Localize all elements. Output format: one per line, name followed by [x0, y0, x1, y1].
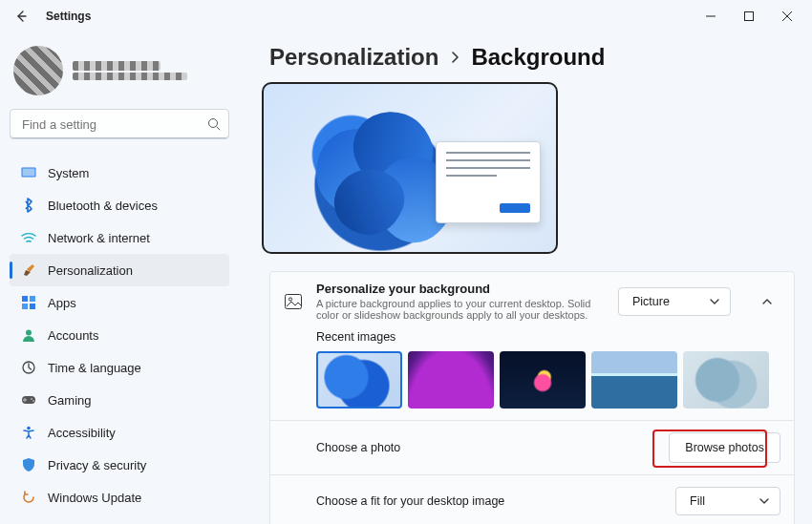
background-type-select[interactable]: Picture — [618, 287, 731, 316]
sidebar-item-label: Accessibility — [48, 426, 116, 440]
personalize-background-panel: Personalize your background A picture ba… — [269, 271, 795, 524]
browse-photos-button[interactable]: Browse photos — [669, 432, 780, 463]
window-title: Settings — [46, 10, 91, 23]
svg-point-11 — [31, 398, 32, 400]
select-value: Fill — [690, 494, 705, 508]
paintbrush-icon — [21, 262, 36, 278]
sidebar-item-label: Windows Update — [48, 491, 141, 505]
titlebar: Settings — [0, 0, 812, 32]
accounts-icon — [21, 327, 36, 343]
svg-point-8 — [26, 330, 32, 336]
maximize-button[interactable] — [730, 3, 768, 30]
body: System Bluetooth & devices Network & int… — [0, 32, 812, 524]
sidebar-item-label: Personalization — [48, 263, 133, 278]
recent-images-title: Recent images — [316, 330, 780, 344]
search-input[interactable] — [20, 116, 207, 133]
chevron-down-icon — [709, 296, 720, 307]
svg-rect-3 — [23, 169, 35, 177]
sidebar-item-system[interactable]: System — [10, 157, 229, 189]
sidebar-item-label: Time & language — [48, 361, 141, 375]
browse-photos-label: Browse photos — [685, 441, 764, 454]
svg-point-15 — [288, 297, 291, 300]
breadcrumb-parent[interactable]: Personalization — [269, 44, 438, 71]
sidebar-item-label: Apps — [48, 296, 76, 310]
sidebar-item-network[interactable]: Network & internet — [10, 221, 229, 254]
select-value: Picture — [632, 295, 670, 308]
close-button[interactable] — [768, 3, 806, 30]
svg-rect-6 — [22, 304, 28, 309]
wifi-icon — [21, 230, 36, 245]
maximize-icon — [744, 11, 754, 21]
gaming-icon — [21, 392, 36, 408]
recent-image-4[interactable] — [591, 351, 677, 409]
sidebar-nav: System Bluetooth & devices Network & int… — [10, 157, 229, 514]
panel-title: Personalize your background — [316, 282, 605, 296]
svg-rect-5 — [30, 296, 35, 302]
desktop-preview — [262, 82, 558, 254]
chevron-right-icon — [450, 51, 459, 64]
svg-point-12 — [32, 400, 34, 402]
image-icon — [284, 292, 303, 311]
breadcrumb-current: Background — [471, 44, 605, 71]
choose-photo-label: Choose a photo — [316, 441, 655, 454]
apps-icon — [21, 295, 36, 310]
breadcrumb: Personalization Background — [269, 44, 795, 71]
svg-rect-4 — [22, 296, 28, 302]
shield-icon — [21, 457, 36, 472]
sidebar-item-accounts[interactable]: Accounts — [10, 319, 229, 351]
user-name-redacted — [73, 61, 160, 71]
clock-icon — [21, 360, 36, 375]
settings-window: Settings System — [0, 0, 812, 524]
sidebar-item-privacy[interactable]: Privacy & security — [10, 449, 229, 481]
bluetooth-icon — [21, 198, 36, 213]
sidebar-item-label: System — [48, 166, 89, 180]
sidebar-item-apps[interactable]: Apps — [10, 286, 229, 319]
choose-fit-row: Choose a fit for your desktop image Fill — [270, 475, 794, 524]
sidebar-item-time-language[interactable]: Time & language — [10, 351, 229, 384]
back-button[interactable] — [6, 1, 36, 31]
sidebar-item-accessibility[interactable]: Accessibility — [10, 416, 229, 449]
svg-rect-0 — [745, 12, 754, 21]
recent-image-2[interactable] — [408, 351, 494, 409]
sidebar: System Bluetooth & devices Network & int… — [0, 32, 241, 524]
sidebar-item-label: Gaming — [48, 393, 92, 408]
svg-rect-7 — [30, 304, 35, 309]
update-icon — [21, 490, 36, 505]
close-icon — [782, 11, 792, 21]
user-text — [73, 61, 187, 80]
sidebar-item-label: Network & internet — [48, 231, 150, 245]
sidebar-item-gaming[interactable]: Gaming — [10, 384, 229, 416]
sidebar-item-label: Privacy & security — [48, 458, 146, 472]
user-email-redacted — [73, 73, 187, 80]
arrow-left-icon — [14, 10, 28, 23]
recent-images-block: Recent images — [270, 330, 794, 420]
sidebar-item-bluetooth[interactable]: Bluetooth & devices — [10, 189, 229, 221]
collapse-toggle[interactable] — [754, 288, 780, 315]
window-controls — [692, 3, 806, 30]
minimize-icon — [706, 11, 716, 21]
desktop-preview-wrap — [262, 82, 795, 254]
search-box[interactable] — [10, 109, 229, 139]
choose-photo-row: Choose a photo Browse photos — [270, 421, 794, 474]
svg-rect-14 — [286, 294, 302, 308]
svg-point-13 — [27, 427, 31, 430]
minimize-button[interactable] — [692, 3, 730, 30]
recent-image-5[interactable] — [683, 351, 769, 409]
search-icon — [207, 117, 221, 131]
sidebar-item-personalization[interactable]: Personalization — [10, 254, 229, 286]
choose-fit-label: Choose a fit for your desktop image — [316, 494, 662, 508]
accessibility-icon — [21, 425, 36, 440]
recent-image-1[interactable] — [316, 351, 402, 409]
avatar — [13, 46, 63, 95]
sidebar-item-windows-update[interactable]: Windows Update — [10, 481, 229, 514]
chevron-up-icon — [761, 297, 773, 306]
recent-image-3[interactable] — [500, 351, 586, 409]
panel-subtitle: A picture background applies to your cur… — [316, 298, 605, 321]
svg-point-1 — [209, 119, 218, 128]
main-content: Personalization Background — [241, 32, 812, 524]
preview-window-card — [436, 141, 541, 223]
sidebar-item-label: Bluetooth & devices — [48, 199, 158, 213]
fit-select[interactable]: Fill — [675, 487, 780, 515]
recent-images-list — [316, 351, 780, 409]
user-account-row[interactable] — [10, 42, 229, 109]
